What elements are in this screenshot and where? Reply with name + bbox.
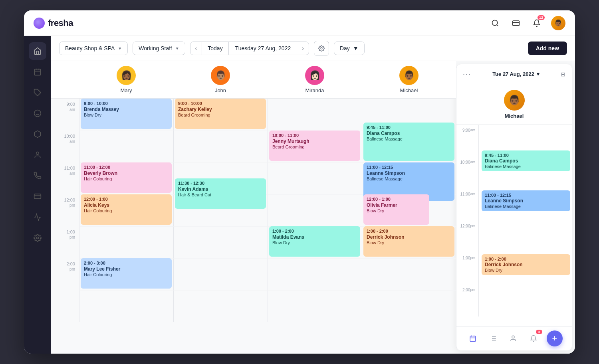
grid-cell[interactable] [173,131,268,162]
apt-service-name: Balinese Massage [367,176,451,181]
panel-calendar-icon[interactable] [466,331,480,346]
calendar-settings-button[interactable] [314,41,329,56]
sidebar-item-calendar[interactable] [29,63,46,81]
app-container: fresha 12 👨🏾 [24,10,575,354]
grid-cell[interactable] [173,290,268,322]
staff-name-michael: Michael [400,87,418,93]
apt-client-name: Matilda Evans [272,234,357,240]
grid-cell[interactable] [268,99,362,131]
panel-apt-name: Derrick Johnson [485,262,567,267]
grid-cell[interactable] [362,290,456,322]
panel-menu-icon[interactable]: ··· [463,70,471,78]
apt-client-name: Derrick Johnson [367,234,451,240]
apt-client-name: Beverly Brown [84,170,169,176]
sidebar-item-reports[interactable] [29,208,46,226]
notification-badge: 12 [538,15,545,20]
appointment-card[interactable]: 11:00 - 12:00 Beverly Brown Hair Colouri… [81,162,172,193]
apt-service-name: Beard Grooming [178,113,263,117]
appointment-card[interactable]: 9:00 - 10:00 Brenda Massey Blow Dry [81,99,172,129]
appointment-card[interactable]: 1:00 - 2:00 Derrick Johnson Blow Dry [363,226,454,257]
panel-apt-service: Balinese Massage [485,204,567,209]
sidebar-item-payments[interactable] [29,188,46,205]
apt-client-name: Brenda Massey [84,107,169,112]
content-area: Beauty Shop & SPA ▼ Working Staff ▼ ‹ To… [51,36,575,354]
grid-cell[interactable] [268,290,362,322]
user-avatar[interactable]: 👨🏾 [551,16,565,30]
panel-time-label: 10:00am [456,157,478,189]
appointment-card[interactable]: 1:00 - 2:00 Matilda Evans Blow Dry [269,226,360,257]
sidebar-item-clients[interactable] [29,146,46,164]
staff-avatar-miranda: 👩🏻 [305,66,324,85]
panel-time-row: 12:00pm [456,221,572,253]
grid-cell[interactable] [268,162,362,194]
apt-time-label: 2:00 - 3:00 [84,261,169,265]
panel-person-icon[interactable] [506,331,520,346]
apt-service-name: Blow Dry [272,240,357,245]
sidebar-item-home[interactable] [29,42,46,60]
grid-cell[interactable] [268,258,362,290]
grid-cell[interactable] [173,258,268,290]
grid-cell[interactable] [362,258,456,290]
search-icon[interactable] [489,17,502,30]
sidebar-item-marketing[interactable] [29,167,46,184]
panel-appointment-card[interactable]: 1:00 - 2:00 Derrick Johnson Blow Dry [482,254,570,275]
apt-service-name: Balinese Massage [367,136,451,141]
panel-schedule[interactable]: 9:00am10:00am11:00am12:00pm1:00pm2:00pm … [456,125,572,326]
appointment-card[interactable]: 10:00 - 11:00 Jenny Murtaugh Beard Groom… [269,131,360,161]
staff-avatar-john: 👨🏽 [211,66,230,85]
staff-avatar-mary: 👩🏾 [117,66,136,85]
panel-time-label: 2:00pm [456,285,478,317]
view-mode-selector[interactable]: Day ▼ [334,42,365,55]
time-grid: 9:00am10:00am11:00am12:00pm1:00pm2:00pm … [51,99,456,322]
panel-filter-icon[interactable]: ⊟ [561,71,565,77]
grid-cell[interactable] [79,131,173,162]
panel-list-icon[interactable] [486,331,500,346]
staff-chevron-icon: ▼ [175,46,179,51]
date-navigator: ‹ Today Tuesday 27 Aug, 2022 › [190,42,309,55]
appointment-card[interactable]: 2:00 - 3:00 Mary Lee Fisher Hair Colouri… [81,258,172,289]
toolbar: Beauty Shop & SPA ▼ Working Staff ▼ ‹ To… [51,36,575,61]
time-header-cell [51,61,79,98]
grid-cell[interactable] [268,194,362,226]
appointment-card[interactable]: 9:00 - 10:00 Zachary Kelley Beard Groomi… [175,99,266,129]
sidebar-item-tags[interactable] [29,84,46,101]
grid-cell[interactable] [173,226,268,258]
sidebar-item-products[interactable] [29,125,46,143]
apt-time-label: 9:00 - 10:00 [178,101,263,106]
appointment-card[interactable]: 9:45 - 11:00 Diana Campos Balinese Massa… [363,123,454,161]
today-button[interactable]: Today [202,42,228,55]
panel-appointment-card[interactable]: 9:45 - 11:00 Diana Campos Balinese Massa… [482,150,570,171]
sidebar-item-settings[interactable] [29,229,46,247]
appointment-card[interactable]: 12:00 - 1:00 Alicia Keys Hair Colouring [81,194,172,225]
add-new-button[interactable]: Add new [528,42,567,55]
sidebar-item-emoji[interactable] [29,105,46,122]
shop-selector[interactable]: Beauty Shop & SPA ▼ [59,42,128,55]
apt-client-name: Leanne Simpson [367,170,451,176]
appointment-card[interactable]: 11:30 - 12:30 Kevin Adams Hair & Beard C… [175,178,266,209]
apt-time-label: 11:00 - 12:00 [84,165,169,170]
panel-notification-badge: 3 [536,330,542,334]
staff-selector[interactable]: Working Staff ▼ [133,42,185,55]
svg-point-10 [36,152,39,155]
svg-point-25 [512,336,514,338]
apt-client-name: Mary Lee Fisher [84,266,169,272]
panel-notification-wrapper: 3 [526,331,541,346]
panel-appointment-card[interactable]: 11:00 - 12:15 Leanne Simpson Balinese Ma… [482,190,570,211]
current-date-label: Tuesday 27 Aug, 2022 [229,42,298,55]
calendar-main[interactable]: 👩🏾 Mary 👨🏽 John 👩🏻 Miranda 👨🏾 [51,61,456,354]
apt-client-name: Jenny Murtaugh [272,138,357,144]
grid-cell[interactable] [79,226,173,258]
wallet-icon[interactable] [510,17,522,30]
appointment-card[interactable]: 12:00 - 1:00 Olivia Farmer Blow Dry [363,194,429,225]
panel-time-label: 12:00pm [456,221,478,253]
apt-time-label: 9:45 - 11:00 [367,125,451,130]
apt-service-name: Blow Dry [84,113,169,117]
top-nav-actions: 12 👨🏾 [489,16,565,30]
next-date-button[interactable]: › [297,42,309,55]
panel-date-selector[interactable]: Tue 27 Aug, 2022 ▾ [492,71,539,77]
staff-name-john: John [215,87,226,93]
panel-add-button[interactable]: + [547,330,563,346]
prev-date-button[interactable]: ‹ [190,42,202,55]
apt-service-name: Hair Colouring [84,176,169,181]
grid-cell[interactable] [79,290,173,322]
